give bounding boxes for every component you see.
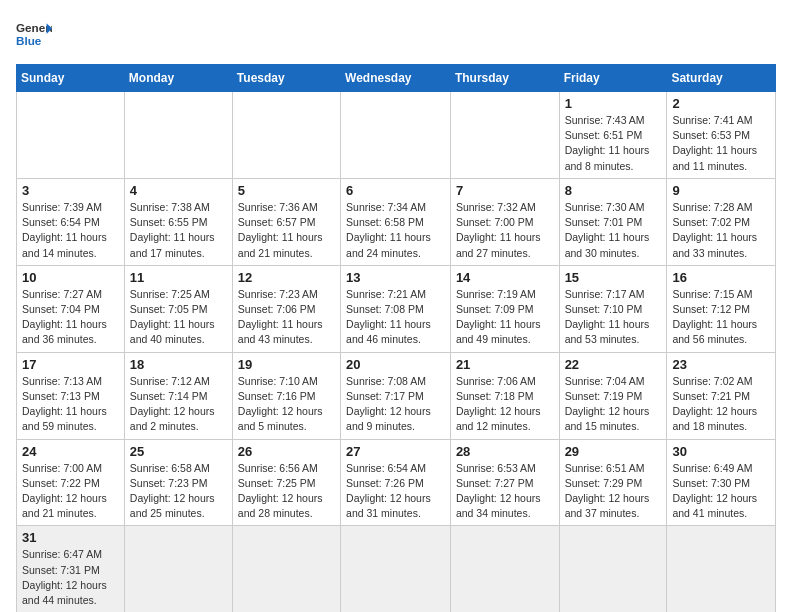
calendar-cell: 9Sunrise: 7:28 AM Sunset: 7:02 PM Daylig… (667, 178, 776, 265)
calendar-cell (124, 92, 232, 179)
calendar-cell: 23Sunrise: 7:02 AM Sunset: 7:21 PM Dayli… (667, 352, 776, 439)
day-info: Sunrise: 7:00 AM Sunset: 7:22 PM Dayligh… (22, 461, 119, 522)
day-number: 18 (130, 357, 227, 372)
calendar-week-row: 24Sunrise: 7:00 AM Sunset: 7:22 PM Dayli… (17, 439, 776, 526)
day-number: 4 (130, 183, 227, 198)
day-number: 12 (238, 270, 335, 285)
calendar-cell (559, 526, 667, 612)
logo: General Blue (16, 16, 52, 52)
day-of-week-header: Wednesday (341, 65, 451, 92)
day-number: 10 (22, 270, 119, 285)
calendar-table: SundayMondayTuesdayWednesdayThursdayFrid… (16, 64, 776, 612)
day-info: Sunrise: 7:13 AM Sunset: 7:13 PM Dayligh… (22, 374, 119, 435)
calendar-week-row: 31Sunrise: 6:47 AM Sunset: 7:31 PM Dayli… (17, 526, 776, 612)
svg-text:Blue: Blue (16, 34, 42, 47)
day-info: Sunrise: 6:47 AM Sunset: 7:31 PM Dayligh… (22, 547, 119, 608)
calendar-cell: 2Sunrise: 7:41 AM Sunset: 6:53 PM Daylig… (667, 92, 776, 179)
day-info: Sunrise: 7:39 AM Sunset: 6:54 PM Dayligh… (22, 200, 119, 261)
day-info: Sunrise: 7:38 AM Sunset: 6:55 PM Dayligh… (130, 200, 227, 261)
day-info: Sunrise: 7:06 AM Sunset: 7:18 PM Dayligh… (456, 374, 554, 435)
day-info: Sunrise: 6:56 AM Sunset: 7:25 PM Dayligh… (238, 461, 335, 522)
calendar-cell: 4Sunrise: 7:38 AM Sunset: 6:55 PM Daylig… (124, 178, 232, 265)
day-info: Sunrise: 6:54 AM Sunset: 7:26 PM Dayligh… (346, 461, 445, 522)
day-info: Sunrise: 7:34 AM Sunset: 6:58 PM Dayligh… (346, 200, 445, 261)
calendar-cell: 1Sunrise: 7:43 AM Sunset: 6:51 PM Daylig… (559, 92, 667, 179)
calendar-cell: 21Sunrise: 7:06 AM Sunset: 7:18 PM Dayli… (450, 352, 559, 439)
calendar-cell: 19Sunrise: 7:10 AM Sunset: 7:16 PM Dayli… (232, 352, 340, 439)
day-number: 9 (672, 183, 770, 198)
calendar-week-row: 17Sunrise: 7:13 AM Sunset: 7:13 PM Dayli… (17, 352, 776, 439)
calendar-cell (124, 526, 232, 612)
calendar-week-row: 10Sunrise: 7:27 AM Sunset: 7:04 PM Dayli… (17, 265, 776, 352)
day-info: Sunrise: 7:21 AM Sunset: 7:08 PM Dayligh… (346, 287, 445, 348)
day-of-week-header: Friday (559, 65, 667, 92)
day-info: Sunrise: 7:04 AM Sunset: 7:19 PM Dayligh… (565, 374, 662, 435)
day-info: Sunrise: 7:23 AM Sunset: 7:06 PM Dayligh… (238, 287, 335, 348)
day-info: Sunrise: 6:53 AM Sunset: 7:27 PM Dayligh… (456, 461, 554, 522)
day-of-week-header: Tuesday (232, 65, 340, 92)
day-info: Sunrise: 7:15 AM Sunset: 7:12 PM Dayligh… (672, 287, 770, 348)
day-info: Sunrise: 7:08 AM Sunset: 7:17 PM Dayligh… (346, 374, 445, 435)
day-number: 16 (672, 270, 770, 285)
page-header: General Blue (16, 16, 776, 52)
day-number: 29 (565, 444, 662, 459)
day-number: 26 (238, 444, 335, 459)
calendar-cell (341, 92, 451, 179)
day-number: 27 (346, 444, 445, 459)
calendar-cell: 7Sunrise: 7:32 AM Sunset: 7:00 PM Daylig… (450, 178, 559, 265)
calendar-cell: 3Sunrise: 7:39 AM Sunset: 6:54 PM Daylig… (17, 178, 125, 265)
day-info: Sunrise: 7:17 AM Sunset: 7:10 PM Dayligh… (565, 287, 662, 348)
day-number: 8 (565, 183, 662, 198)
day-number: 30 (672, 444, 770, 459)
day-number: 1 (565, 96, 662, 111)
calendar-cell: 17Sunrise: 7:13 AM Sunset: 7:13 PM Dayli… (17, 352, 125, 439)
calendar-cell: 20Sunrise: 7:08 AM Sunset: 7:17 PM Dayli… (341, 352, 451, 439)
calendar-cell: 28Sunrise: 6:53 AM Sunset: 7:27 PM Dayli… (450, 439, 559, 526)
calendar-cell: 25Sunrise: 6:58 AM Sunset: 7:23 PM Dayli… (124, 439, 232, 526)
calendar-cell: 31Sunrise: 6:47 AM Sunset: 7:31 PM Dayli… (17, 526, 125, 612)
calendar-cell: 18Sunrise: 7:12 AM Sunset: 7:14 PM Dayli… (124, 352, 232, 439)
day-info: Sunrise: 7:36 AM Sunset: 6:57 PM Dayligh… (238, 200, 335, 261)
day-number: 6 (346, 183, 445, 198)
day-number: 3 (22, 183, 119, 198)
day-number: 17 (22, 357, 119, 372)
calendar-cell: 26Sunrise: 6:56 AM Sunset: 7:25 PM Dayli… (232, 439, 340, 526)
day-info: Sunrise: 7:28 AM Sunset: 7:02 PM Dayligh… (672, 200, 770, 261)
calendar-cell: 10Sunrise: 7:27 AM Sunset: 7:04 PM Dayli… (17, 265, 125, 352)
calendar-cell: 6Sunrise: 7:34 AM Sunset: 6:58 PM Daylig… (341, 178, 451, 265)
day-info: Sunrise: 7:12 AM Sunset: 7:14 PM Dayligh… (130, 374, 227, 435)
day-info: Sunrise: 7:10 AM Sunset: 7:16 PM Dayligh… (238, 374, 335, 435)
calendar-cell (450, 526, 559, 612)
day-number: 13 (346, 270, 445, 285)
day-number: 24 (22, 444, 119, 459)
day-number: 2 (672, 96, 770, 111)
calendar-cell (667, 526, 776, 612)
calendar-cell: 16Sunrise: 7:15 AM Sunset: 7:12 PM Dayli… (667, 265, 776, 352)
day-of-week-header: Monday (124, 65, 232, 92)
calendar-cell (17, 92, 125, 179)
day-info: Sunrise: 7:43 AM Sunset: 6:51 PM Dayligh… (565, 113, 662, 174)
day-info: Sunrise: 7:25 AM Sunset: 7:05 PM Dayligh… (130, 287, 227, 348)
day-number: 22 (565, 357, 662, 372)
calendar-cell: 13Sunrise: 7:21 AM Sunset: 7:08 PM Dayli… (341, 265, 451, 352)
calendar-cell (232, 92, 340, 179)
calendar-cell: 24Sunrise: 7:00 AM Sunset: 7:22 PM Dayli… (17, 439, 125, 526)
day-info: Sunrise: 6:51 AM Sunset: 7:29 PM Dayligh… (565, 461, 662, 522)
day-of-week-header: Thursday (450, 65, 559, 92)
calendar-cell (232, 526, 340, 612)
calendar-cell (341, 526, 451, 612)
logo-icon: General Blue (16, 16, 52, 52)
day-number: 19 (238, 357, 335, 372)
calendar-week-row: 3Sunrise: 7:39 AM Sunset: 6:54 PM Daylig… (17, 178, 776, 265)
day-number: 21 (456, 357, 554, 372)
calendar-cell: 5Sunrise: 7:36 AM Sunset: 6:57 PM Daylig… (232, 178, 340, 265)
day-info: Sunrise: 7:19 AM Sunset: 7:09 PM Dayligh… (456, 287, 554, 348)
day-of-week-header: Sunday (17, 65, 125, 92)
calendar-header-row: SundayMondayTuesdayWednesdayThursdayFrid… (17, 65, 776, 92)
day-number: 15 (565, 270, 662, 285)
calendar-cell: 22Sunrise: 7:04 AM Sunset: 7:19 PM Dayli… (559, 352, 667, 439)
calendar-cell: 27Sunrise: 6:54 AM Sunset: 7:26 PM Dayli… (341, 439, 451, 526)
day-number: 11 (130, 270, 227, 285)
day-info: Sunrise: 7:41 AM Sunset: 6:53 PM Dayligh… (672, 113, 770, 174)
calendar-cell: 29Sunrise: 6:51 AM Sunset: 7:29 PM Dayli… (559, 439, 667, 526)
